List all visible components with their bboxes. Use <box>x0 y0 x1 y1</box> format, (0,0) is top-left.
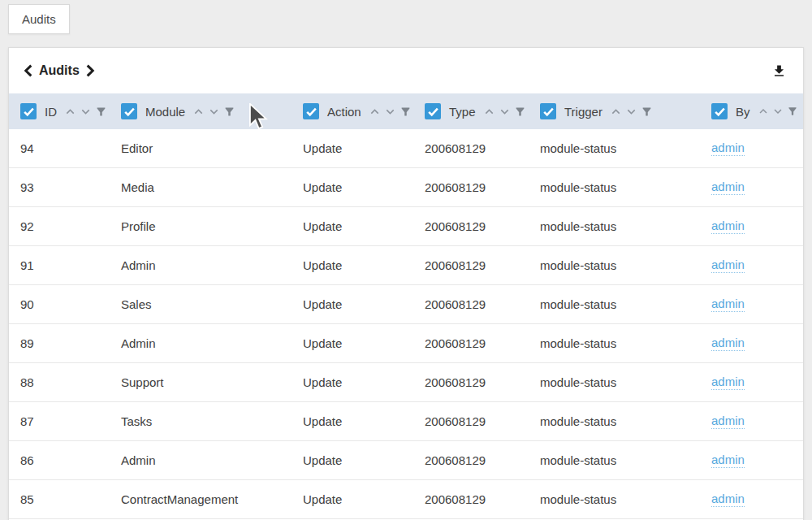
title-group: Audits <box>24 63 95 78</box>
sort-up-icon[interactable] <box>608 104 624 119</box>
cell-id: 90 <box>20 297 121 311</box>
cell-module: Support <box>121 375 303 389</box>
page-title: Audits <box>39 63 80 78</box>
sort-down-icon[interactable] <box>497 104 512 119</box>
sort-down-icon[interactable] <box>382 104 398 119</box>
by-user-link[interactable]: admin <box>711 180 745 195</box>
table-row: 85ContractManagementUpdate200608129modul… <box>9 480 803 519</box>
cell-type: 200608129 <box>425 219 540 233</box>
column-label-id: ID <box>45 105 57 119</box>
by-user-link[interactable]: admin <box>711 453 745 468</box>
cell-type: 200608129 <box>425 180 540 194</box>
cell-module: Admin <box>121 258 303 272</box>
table-row: 86AdminUpdate200608129module-statusadmin <box>9 441 803 480</box>
sort-down-icon[interactable] <box>78 104 93 119</box>
filter-icon[interactable] <box>223 106 235 118</box>
download-icon <box>771 63 787 79</box>
filter-icon[interactable] <box>641 106 653 118</box>
filter-icon[interactable] <box>787 106 798 117</box>
table-row: 89AdminUpdate200608129module-statusadmin <box>9 324 803 363</box>
table-row: 88SupportUpdate200608129module-statusadm… <box>9 363 803 402</box>
filter-icon[interactable] <box>400 106 412 118</box>
by-user-link[interactable]: admin <box>711 297 745 312</box>
by-user-link[interactable]: admin <box>711 219 745 234</box>
cell-id: 86 <box>20 453 121 467</box>
by-user-link[interactable]: admin <box>711 492 745 507</box>
by-user-link[interactable]: admin <box>711 375 745 390</box>
column-label-type: Type <box>449 105 476 119</box>
table-header-row: ID Module Action Type <box>9 93 803 129</box>
sort-up-icon[interactable] <box>367 104 382 119</box>
column-label-by: By <box>736 105 750 119</box>
cell-module: ContractManagement <box>121 492 303 506</box>
sort-up-icon[interactable] <box>191 104 206 119</box>
card-header: Audits <box>9 48 803 93</box>
sort-up-icon[interactable] <box>63 104 78 119</box>
cell-id: 88 <box>20 375 121 389</box>
cell-trigger: module-status <box>540 375 711 389</box>
sort-down-icon[interactable] <box>771 104 785 119</box>
column-header-action: Action <box>303 103 425 119</box>
column-checkbox-id[interactable] <box>20 103 37 119</box>
column-header-by: By <box>711 103 803 119</box>
cell-id: 91 <box>20 258 121 272</box>
sort-down-icon[interactable] <box>624 104 639 119</box>
filter-icon[interactable] <box>514 106 526 118</box>
cell-module: Media <box>121 180 303 194</box>
chevron-left-icon[interactable] <box>24 64 32 77</box>
page: { "tab": { "label": "Audits" }, "card": … <box>0 0 812 520</box>
by-user-link[interactable]: admin <box>711 258 745 273</box>
tab-label: Audits <box>22 12 56 26</box>
chevron-right-icon[interactable] <box>86 64 95 77</box>
column-label-module: Module <box>145 105 185 119</box>
cell-type: 200608129 <box>425 492 540 506</box>
filter-icon[interactable] <box>95 106 107 118</box>
cell-id: 93 <box>20 180 121 194</box>
column-header-module: Module <box>121 103 303 119</box>
table-row: 93MediaUpdate200608129module-statusadmin <box>9 168 803 207</box>
sort-down-icon[interactable] <box>206 104 222 119</box>
cell-trigger: module-status <box>540 453 711 467</box>
sort-up-icon[interactable] <box>756 104 771 119</box>
cell-action: Update <box>303 297 425 311</box>
cell-module: Tasks <box>121 414 303 428</box>
cell-action: Update <box>303 219 425 233</box>
cell-trigger: module-status <box>540 258 711 272</box>
tab-audits[interactable]: Audits <box>8 4 70 34</box>
cell-action: Update <box>303 141 425 155</box>
by-user-link[interactable]: admin <box>711 336 745 351</box>
cell-action: Update <box>303 258 425 272</box>
cell-type: 200608129 <box>425 297 540 311</box>
cell-trigger: module-status <box>540 336 711 350</box>
cell-type: 200608129 <box>425 141 540 155</box>
column-checkbox-module[interactable] <box>121 103 137 119</box>
cell-id: 94 <box>20 141 121 155</box>
by-user-link[interactable]: admin <box>711 414 745 429</box>
cell-module: Admin <box>121 336 303 350</box>
cell-action: Update <box>303 492 425 506</box>
column-checkbox-trigger[interactable] <box>540 103 556 119</box>
audits-card: Audits ID Module Action <box>8 47 804 520</box>
column-checkbox-by[interactable] <box>711 103 728 119</box>
cell-trigger: module-status <box>540 141 711 155</box>
by-user-link[interactable]: admin <box>711 141 745 156</box>
download-button[interactable] <box>770 62 788 80</box>
column-checkbox-action[interactable] <box>303 103 319 119</box>
table-row: 87TasksUpdate200608129module-statusadmin <box>9 402 803 441</box>
sort-up-icon[interactable] <box>482 104 497 119</box>
column-label-action: Action <box>327 105 361 119</box>
cell-action: Update <box>303 453 425 467</box>
cell-type: 200608129 <box>425 453 540 467</box>
cell-id: 89 <box>20 336 121 350</box>
column-header-type: Type <box>425 103 540 119</box>
column-checkbox-type[interactable] <box>425 103 441 119</box>
cell-type: 200608129 <box>425 258 540 272</box>
cell-trigger: module-status <box>540 492 711 506</box>
cell-module: Editor <box>121 141 303 155</box>
cell-action: Update <box>303 336 425 350</box>
cell-id: 92 <box>20 219 121 233</box>
cell-action: Update <box>303 414 425 428</box>
column-header-id: ID <box>20 103 121 119</box>
cell-type: 200608129 <box>425 414 540 428</box>
cell-action: Update <box>303 180 425 194</box>
